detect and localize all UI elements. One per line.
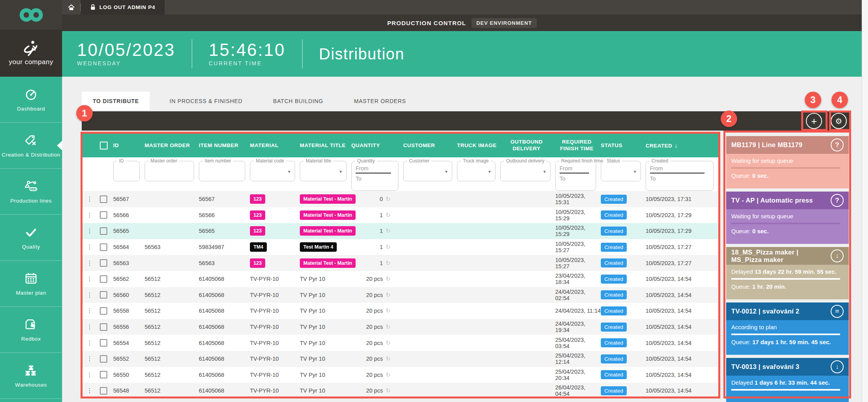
row-menu-button[interactable]: ⋮ xyxy=(83,339,97,347)
column-header-material[interactable]: MATERIAL xyxy=(250,142,300,149)
filter-master-order[interactable]: Master order xyxy=(145,161,194,181)
row-menu-button[interactable]: ⋮ xyxy=(83,371,97,378)
column-header-material_title[interactable]: MATERIAL TITLE xyxy=(300,142,351,149)
chevron-down-icon[interactable]: ▼ xyxy=(488,170,492,174)
table-row[interactable]: ⋮565545651261405068TV-PYR-10TV Pyr 1020 … xyxy=(83,335,718,351)
column-header-customer[interactable]: CUSTOMER xyxy=(403,142,457,149)
row-menu-button[interactable]: ⋮ xyxy=(83,291,97,299)
table-row[interactable]: ⋮565605651261405068TV-PYR-10TV Pyr 1020 … xyxy=(83,287,718,303)
chevron-down-icon[interactable]: ▼ xyxy=(543,170,547,174)
row-checkbox[interactable] xyxy=(100,291,107,299)
add-button[interactable]: + xyxy=(806,113,822,129)
production-line-card[interactable]: TV-0013 | svařování 3↓Delayed 1 days 6 h… xyxy=(726,358,849,402)
column-header-quantity[interactable]: QUANTITY xyxy=(351,142,403,149)
column-header-created[interactable]: CREATED↓ xyxy=(646,142,718,149)
filter-id[interactable]: ID xyxy=(113,161,140,181)
production-line-card[interactable]: MB1179 | Line MB1179?Waiting for setup q… xyxy=(726,136,849,188)
filter-to-field[interactable]: To xyxy=(356,175,394,182)
sidebar-item-warehouses[interactable]: Warehouses xyxy=(0,353,62,399)
filter-customer[interactable]: Customer▼ xyxy=(403,161,452,181)
tab-in-process-finished[interactable]: IN PROCESS & FINISHED xyxy=(158,92,253,110)
column-header-master_order[interactable]: MASTER ORDER xyxy=(145,142,199,149)
arrow-down-icon[interactable]: ↓ xyxy=(831,360,844,373)
filter-truck-image[interactable]: Truck image▼ xyxy=(457,161,495,181)
sidebar-item-master-plan[interactable]: Master plan xyxy=(0,261,62,307)
table-row[interactable]: ⋮565565651261405068TV-PYR-10TV Pyr 1020 … xyxy=(83,319,718,335)
table-row[interactable]: ⋮565485651261405068TV-PYR-10TV Pyr 1020 … xyxy=(83,383,718,398)
equals-icon[interactable]: = xyxy=(831,305,844,318)
chevron-down-icon[interactable]: ▼ xyxy=(287,170,291,174)
logout-button[interactable]: LOG OUT ADMIN P4 xyxy=(81,0,165,15)
sidebar-item-creation-distribution[interactable]: Creation & Distribution xyxy=(0,123,62,169)
sidebar-item-quality[interactable]: Quality xyxy=(0,215,62,261)
row-checkbox[interactable] xyxy=(100,339,107,347)
production-line-card[interactable]: TV - AP | Automatic press?Waiting for se… xyxy=(726,192,849,244)
filter-outbound-delivery[interactable]: Outbound delivery▼ xyxy=(500,161,551,181)
table-row[interactable]: ⋮5656656566123Material Test - Martin1↻10… xyxy=(83,207,718,223)
sidebar-item-production-lines[interactable]: Production lines xyxy=(0,169,62,215)
table-row[interactable]: ⋮565525651261405068TV-PYR-10TV Pyr 1020 … xyxy=(83,351,718,367)
arrow-down-icon[interactable]: ↓ xyxy=(831,249,844,262)
tab-master-orders[interactable]: MASTER ORDERS xyxy=(343,92,417,110)
row-menu-button[interactable]: ⋮ xyxy=(83,243,97,251)
filter-required-finish-time[interactable]: Required finish timeFromTo xyxy=(555,161,596,191)
filter-created[interactable]: CreatedFromTo xyxy=(646,161,714,191)
filter-item-number[interactable]: Item number xyxy=(199,161,245,181)
page-scrollbar[interactable] xyxy=(862,0,868,402)
row-checkbox[interactable] xyxy=(100,243,107,251)
row-menu-button[interactable]: ⋮ xyxy=(83,260,97,267)
column-header-item_number[interactable]: ITEM NUMBER xyxy=(199,142,250,149)
row-menu-button[interactable]: ⋮ xyxy=(83,227,97,234)
filter-quantity[interactable]: QuantityFromTo xyxy=(351,161,398,191)
table-row[interactable]: ⋮5656556565123Material Test - Martin1↻10… xyxy=(83,223,718,239)
question-icon[interactable]: ? xyxy=(831,138,844,151)
chevron-down-icon[interactable]: ▼ xyxy=(444,170,448,174)
chevron-down-icon[interactable]: ▼ xyxy=(339,170,343,174)
filter-material-title[interactable]: Material title▼ xyxy=(300,161,347,181)
column-header-outbound_delivery[interactable]: OUTBOUND DELIVERY xyxy=(500,139,555,152)
sidebar-item-redbox[interactable]: Redbox xyxy=(0,307,62,353)
column-header-required_finish_time[interactable]: REQUIRED FINISH TIME xyxy=(555,139,601,152)
sort-desc-icon[interactable]: ↓ xyxy=(675,142,678,149)
tab-batch-building[interactable]: BATCH BUILDING xyxy=(262,92,334,110)
row-checkbox[interactable] xyxy=(100,323,107,331)
app-logo[interactable] xyxy=(0,0,62,30)
filter-to-field[interactable]: To xyxy=(650,175,709,182)
table-row[interactable]: ⋮565645656359834987TM4Test Martin 41↻10/… xyxy=(83,239,718,255)
row-menu-button[interactable]: ⋮ xyxy=(83,195,97,203)
settings-button[interactable]: ⚙ xyxy=(831,113,847,129)
row-checkbox[interactable] xyxy=(100,227,107,235)
table-row[interactable]: ⋮5656756567123Material Test - Martin0↻10… xyxy=(83,191,718,207)
sidebar-item-dashboard[interactable]: Dashboard xyxy=(0,77,62,123)
column-header-truck_image[interactable]: TRUCK IMAGE xyxy=(457,142,500,149)
filter-material-code[interactable]: Material code▼ xyxy=(250,161,295,181)
row-checkbox[interactable] xyxy=(100,195,107,203)
production-line-card[interactable]: TV-0012 | svařování 2=According to planQ… xyxy=(726,302,849,355)
table-row[interactable]: ⋮565505651261405068TV-PYR-10TV Pyr 1020 … xyxy=(83,367,718,383)
tab-to-distribute[interactable]: TO DISTRIBUTE xyxy=(82,92,150,110)
row-menu-button[interactable]: ⋮ xyxy=(83,355,97,362)
row-checkbox[interactable] xyxy=(100,371,107,378)
production-line-card[interactable]: 18_MS_Pizza maker | MS_Pizza maker↓Delay… xyxy=(726,247,849,299)
row-menu-button[interactable]: ⋮ xyxy=(83,323,97,330)
row-checkbox[interactable] xyxy=(100,355,107,363)
row-menu-button[interactable]: ⋮ xyxy=(83,212,97,219)
row-checkbox[interactable] xyxy=(100,307,107,315)
row-checkbox[interactable] xyxy=(100,387,107,395)
table-row[interactable]: ⋮5656356563123Material Test - Martin1↻10… xyxy=(83,255,718,271)
home-button[interactable] xyxy=(62,0,80,15)
row-menu-button[interactable]: ⋮ xyxy=(83,307,97,314)
question-icon[interactable]: ? xyxy=(831,194,844,207)
column-header-id[interactable]: ID xyxy=(113,142,145,149)
select-all-checkbox[interactable] xyxy=(100,142,108,149)
filter-from-field[interactable]: From xyxy=(560,165,592,171)
row-menu-button[interactable]: ⋮ xyxy=(83,387,97,394)
chevron-down-icon[interactable]: ▼ xyxy=(633,170,637,174)
row-menu-button[interactable]: ⋮ xyxy=(83,275,97,282)
filter-to-field[interactable]: To xyxy=(560,175,592,182)
table-row[interactable]: ⋮565585651261405068TV-PYR-10TV Pyr 1020 … xyxy=(83,303,718,319)
row-checkbox[interactable] xyxy=(100,259,107,267)
row-checkbox[interactable] xyxy=(100,211,107,219)
column-header-status[interactable]: STATUS xyxy=(601,142,646,149)
row-checkbox[interactable] xyxy=(100,275,107,283)
